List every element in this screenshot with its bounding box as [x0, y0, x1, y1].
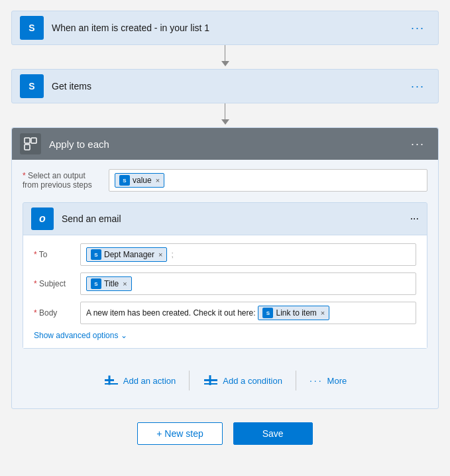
- loop-svg: [23, 137, 38, 151]
- title-token: S Title ×: [86, 276, 132, 291]
- show-advanced-options[interactable]: Show advanced options ⌄: [34, 331, 416, 340]
- svg-rect-2: [25, 145, 30, 150]
- sp-logo-2: S: [28, 81, 34, 91]
- required-star: *: [23, 171, 28, 180]
- to-row: * To S Dept Manager × ;: [34, 243, 416, 266]
- save-button[interactable]: Save: [233, 422, 313, 445]
- select-output-row: * Select an outputfrom previous steps S …: [23, 169, 427, 192]
- add-condition-svg: [203, 374, 218, 387]
- body-text: A new item has been created. Check it ou…: [86, 308, 255, 318]
- apply-to-each-title: Apply to each: [49, 139, 406, 150]
- link-to-item-token: S Link to item ×: [258, 306, 329, 320]
- send-email-more-button[interactable]: ···: [410, 213, 419, 225]
- body-label: * Body: [34, 308, 80, 318]
- subject-field[interactable]: S Title ×: [80, 272, 416, 295]
- to-required-star: *: [34, 250, 39, 259]
- body-row: * Body A new item has been created. Chec…: [34, 302, 416, 324]
- link-to-item-label: Link to item: [276, 308, 316, 318]
- send-email-block: o Send an email ··· * To: [23, 202, 427, 349]
- select-output-label: * Select an outputfrom previous steps: [23, 171, 109, 190]
- apply-to-each-body: * Select an outputfrom previous steps S …: [12, 160, 438, 408]
- more-button[interactable]: ··· More: [296, 369, 360, 392]
- apply-to-each-more-button[interactable]: ···: [406, 135, 430, 154]
- sharepoint-trigger-icon: S: [20, 16, 44, 40]
- sp-logo: S: [28, 23, 34, 33]
- trigger-more-button[interactable]: ···: [406, 19, 430, 38]
- sp-logo-sm: S: [123, 178, 126, 184]
- new-step-button[interactable]: + New step: [137, 422, 222, 445]
- get-items-card: S Get items ···: [11, 69, 439, 103]
- arrow-1: [221, 45, 229, 69]
- more-dots-icon: ···: [309, 375, 323, 386]
- subject-row: * Subject S Title ×: [34, 272, 416, 295]
- add-condition-button[interactable]: Add a condition: [190, 367, 296, 394]
- apply-to-each-container: Apply to each ··· * Select an outputfrom…: [11, 127, 439, 409]
- get-items-title: Get items: [52, 81, 406, 91]
- add-condition-icon: [203, 374, 219, 387]
- value-token-close[interactable]: ×: [156, 176, 160, 184]
- body-field[interactable]: A new item has been created. Check it ou…: [80, 302, 416, 324]
- value-token-label: value: [133, 176, 152, 185]
- trigger-title: When an item is created - in your list 1: [52, 23, 406, 33]
- more-label: More: [327, 376, 347, 386]
- bottom-bar: + New step Save: [137, 422, 312, 445]
- sharepoint-get-items-icon: S: [20, 74, 44, 98]
- value-token: S value ×: [115, 173, 164, 188]
- svg-rect-1: [31, 138, 36, 143]
- to-label: * To: [34, 250, 80, 259]
- trigger-card: S When an item is created - in your list…: [11, 11, 439, 45]
- link-token-close[interactable]: ×: [321, 309, 325, 317]
- value-token-icon: S: [119, 175, 130, 186]
- svg-rect-8: [204, 383, 217, 385]
- chevron-down-icon: ⌄: [121, 331, 127, 340]
- add-action-label: Add an action: [123, 376, 176, 386]
- add-condition-label: Add a condition: [223, 376, 282, 386]
- flow-container: S When an item is created - in your list…: [11, 11, 439, 445]
- add-action-button[interactable]: Add an action: [90, 367, 190, 394]
- send-email-title: Send an email: [62, 213, 410, 224]
- svg-rect-0: [25, 138, 30, 143]
- svg-rect-5: [105, 383, 118, 385]
- outlook-icon: o: [31, 208, 54, 230]
- dept-manager-close[interactable]: ×: [158, 251, 162, 259]
- send-email-body: * To S Dept Manager × ;: [23, 235, 427, 348]
- show-advanced-label: Show advanced options: [34, 331, 118, 340]
- title-label: Title: [104, 279, 119, 288]
- add-action-svg: [104, 374, 119, 387]
- title-close[interactable]: ×: [123, 280, 127, 288]
- select-output-field[interactable]: S value ×: [109, 169, 427, 192]
- apply-to-each-header: Apply to each ···: [12, 128, 438, 160]
- apply-to-each-icon: [20, 133, 41, 154]
- dept-manager-token-icon: S: [91, 249, 101, 260]
- dept-manager-token: S Dept Manager ×: [86, 247, 167, 262]
- add-action-icon: [103, 374, 119, 387]
- to-field[interactable]: S Dept Manager × ;: [80, 243, 416, 266]
- dept-manager-label: Dept Manager: [104, 250, 154, 259]
- link-token-icon: S: [262, 308, 273, 318]
- send-email-header: o Send an email ···: [23, 203, 427, 235]
- title-token-icon: S: [91, 278, 101, 289]
- arrow-2: [221, 103, 229, 127]
- get-items-more-button[interactable]: ···: [406, 77, 430, 96]
- semicolon: ;: [171, 250, 173, 259]
- ol-letter: o: [39, 213, 46, 225]
- action-buttons-row: Add an action Add a condition: [23, 357, 427, 399]
- subject-label: * Subject: [34, 279, 80, 288]
